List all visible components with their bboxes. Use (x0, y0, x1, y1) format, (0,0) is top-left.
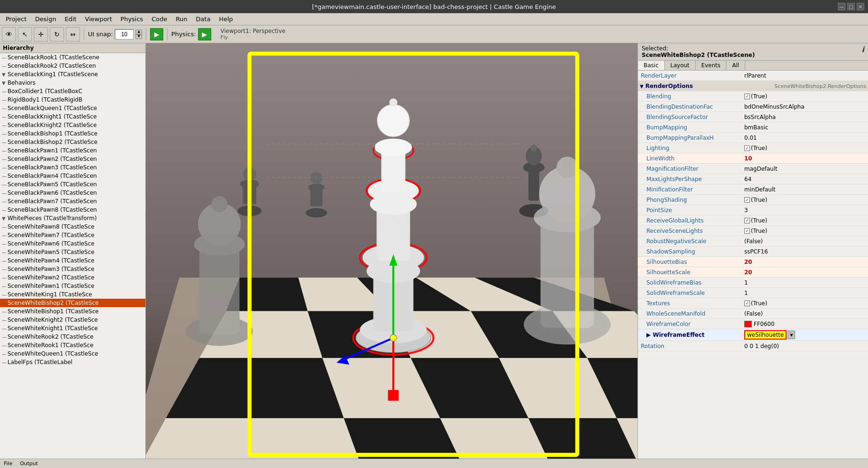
prop-row-robustneg[interactable]: RobustNegativeScale (False) (638, 236, 868, 246)
status-output[interactable]: Output (20, 460, 38, 467)
menu-code[interactable]: Code (148, 15, 171, 24)
cb-textures[interactable]: ✓ (744, 301, 750, 306)
tree-item-boxcollider1[interactable]: — BoxCollider1 (TCastleBoxC (0, 87, 145, 95)
prop-row-wireframecolor[interactable]: WireframeColor FF0600 (638, 319, 868, 329)
eye-button[interactable]: 👁 (2, 27, 16, 41)
menu-physics[interactable]: Physics (117, 15, 147, 24)
tree-item-scenewhitequeen1[interactable]: — SceneWhiteQueen1 (TCastleSce (0, 349, 145, 358)
tab-layout[interactable]: Layout (665, 61, 696, 70)
tree-item-sceneblackpawn8[interactable]: — SceneBlackPawn8 (TCastleScen (0, 206, 145, 214)
minimize-button[interactable]: — (838, 3, 845, 10)
tree-item-sceneblackpawn2[interactable]: — SceneBlackPawn2 (TCastleScen (0, 155, 145, 163)
tree-item-labelfps[interactable]: — LabelFps (TCastleLabel (0, 358, 145, 366)
prop-row-wholescene[interactable]: WholeSceneManifold (False) (638, 309, 868, 319)
prop-row-maxlights[interactable]: MaxLightsPerShape 64 (638, 174, 868, 184)
play-button[interactable]: ▶ (150, 28, 163, 40)
menu-viewport[interactable]: Viewport (81, 15, 116, 24)
tree-item-sceneblackrook2[interactable]: — SceneBlackRook2 (TCastleScen (0, 62, 145, 70)
prop-row-lighting[interactable]: Lighting ✓ (True) (638, 143, 868, 153)
tree-item-scenewhitepawn2[interactable]: — SceneWhitePawn2 (TCastleSce (0, 273, 145, 282)
tree-item-sceneblackbishop2[interactable]: — SceneBlackBishop2 (TCastleSce (0, 138, 145, 146)
menu-project[interactable]: Project (2, 15, 30, 24)
tree-item-rigidbody1[interactable]: — RigidBody1 (TCastleRigidB (0, 95, 145, 104)
prop-row-blendingdst[interactable]: BlendingDestinationFac bdOneMinusSrcAlph… (638, 102, 868, 112)
menu-design[interactable]: Design (31, 15, 60, 24)
prop-row-phongshading[interactable]: PhongShading ✓ (True) (638, 195, 868, 205)
tree-item-scenewhitepawn8[interactable]: — SceneWhitePawn8 (TCastleSce (0, 222, 145, 231)
tab-basic[interactable]: Basic (638, 61, 665, 70)
tree-item-sceneblackking1[interactable]: ▼ SceneBlackKing1 (TCastleScene (0, 70, 145, 79)
tree-item-sceneblackqueen1[interactable]: — SceneBlackQueen1 (TCastleSce (0, 104, 145, 112)
physics-play-button[interactable]: ▶ (198, 28, 211, 40)
prop-row-rotation[interactable]: Rotation 0 0 1 deg(0) (638, 341, 868, 351)
tree-item-scenewhiteknight1[interactable]: — SceneWhiteKnight1 (TCastleSce (0, 324, 145, 333)
tree-item-whitepieces[interactable]: ▼ WhitePieces (TCastleTransform) (0, 214, 145, 222)
tree-item-sceneblackpawn1[interactable]: — SceneBlackPawn1 (TCastleScen (0, 146, 145, 155)
tree-item-scenewhitepawn6[interactable]: — SceneWhitePawn6 (TCastleSce (0, 239, 145, 248)
prop-row-pointsize[interactable]: PointSize 3 (638, 205, 868, 215)
tab-events[interactable]: Events (696, 61, 727, 70)
wireframe-color-swatch[interactable] (744, 321, 752, 327)
wireframe-effect-input[interactable]: weSilhouette (744, 330, 787, 340)
tree-item-sceneblackpawn3[interactable]: — SceneBlackPawn3 (TCastleScen (0, 163, 145, 172)
select-button[interactable]: ↖ (18, 27, 32, 41)
prop-row-silhouettescale[interactable]: SilhouetteScale 20 (638, 267, 868, 278)
cb-receiveglobal[interactable]: ✓ (744, 218, 750, 223)
status-file[interactable]: File (4, 460, 12, 467)
viewport-panel[interactable] (146, 43, 637, 459)
rotate-button[interactable]: ↻ (50, 27, 64, 41)
prop-row-blending[interactable]: Blending ✓ (True) (638, 91, 868, 102)
prop-row-silhouettebias[interactable]: SilhouetteBias 20 (638, 257, 868, 267)
tree-item-scenewhitepawn3[interactable]: — SceneWhitePawn3 (TCastleSce (0, 265, 145, 273)
cb-blending[interactable]: ✓ (744, 94, 750, 99)
tree-item-scenewhitepawn1[interactable]: — SceneWhitePawn1 (TCastleSce (0, 282, 145, 290)
prop-row-receiveglobal[interactable]: ReceiveGlobalLights ✓ (True) (638, 215, 868, 226)
tree-item-scenewhitepawn7[interactable]: — SceneWhitePawn7 (TCastleSce (0, 231, 145, 239)
menu-help[interactable]: Help (215, 15, 237, 24)
close-button[interactable]: ✕ (857, 3, 864, 10)
prop-row-blendingsrc[interactable]: BlendingSourceFactor bsSrcAlpha (638, 112, 868, 122)
tree-item-scenewhitebishop2[interactable]: — SceneWhiteBishop2 (TCastleSce (0, 299, 145, 307)
cb-receivescene[interactable]: ✓ (744, 228, 750, 234)
tree-item-scenewhiteking1[interactable]: — SceneWhiteKing1 (TCastleSce (0, 290, 145, 299)
cb-phong[interactable]: ✓ (744, 197, 750, 203)
tree-item-sceneblackknight1[interactable]: — SceneBlackKnight1 (TCastleSce (0, 112, 145, 121)
prop-row-receivescene[interactable]: ReceiveSceneLights ✓ (True) (638, 226, 868, 236)
menu-edit[interactable]: Edit (61, 15, 80, 24)
tree-item-scenewhitepawn5[interactable]: — SceneWhitePawn5 (TCastleSce (0, 248, 145, 256)
prop-row-bumpmappingparallax[interactable]: BumpMappingParallaxH 0.01 (638, 133, 868, 143)
prop-row-renderlayer[interactable]: RenderLayer rlParent (638, 71, 868, 81)
prop-row-magfilter[interactable]: MagnificationFilter magDefault (638, 164, 868, 174)
info-button[interactable]: i (862, 45, 864, 54)
prop-row-bumpmapping[interactable]: BumpMapping bmBasic (638, 122, 868, 133)
tree-item-sceneblackpawn7[interactable]: — SceneBlackPawn7 (TCastleScen (0, 197, 145, 206)
prop-row-textures[interactable]: Textures ✓ (True) (638, 298, 868, 309)
translate-button[interactable]: ✛ (34, 27, 48, 41)
cb-lighting[interactable]: ✓ (744, 145, 750, 151)
ui-snap-down[interactable]: ▼ (135, 34, 142, 39)
prop-row-linewidth[interactable]: LineWidth 10 (638, 153, 868, 164)
ui-snap-up[interactable]: ▲ (135, 30, 142, 34)
prop-row-solidwireframebias[interactable]: SolidWireframeBias 1 (638, 278, 868, 288)
tree-item-sceneblackpawn5[interactable]: — SceneBlackPawn5 (TCastleScen (0, 180, 145, 189)
prop-section-renderoptions[interactable]: ▼ RenderOptions SceneWhiteBishop2.Render… (638, 81, 868, 91)
wireframe-effect-dropdown[interactable]: ▼ (788, 331, 795, 339)
tree-item-behaviors[interactable]: ▼ Behaviors (0, 79, 145, 87)
tree-item-scenewhiteknight2[interactable]: — SceneWhiteKnight2 (TCastleSce (0, 316, 145, 324)
prop-row-minfilter[interactable]: MinificationFilter minDefault (638, 184, 868, 195)
tree-item-sceneblackrook1[interactable]: — SceneBlackRook1 (TCastleScene (0, 53, 145, 62)
prop-row-wireframeeffect[interactable]: ▶ WireframeEffect weSilhouette ▼ (638, 329, 868, 341)
tree-item-scenewhitepawn4[interactable]: — SceneWhitePawn4 (TCastleSce (0, 256, 145, 265)
scale-button[interactable]: ⇔ (66, 27, 80, 41)
tree-item-scenewhiterook1[interactable]: — SceneWhiteRook1 (TCastleSce (0, 341, 145, 349)
tree-item-scenewhitebishop1[interactable]: — SceneWhiteBishop1 (TCastleSce (0, 307, 145, 316)
tab-all[interactable]: All (726, 61, 745, 70)
menu-run[interactable]: Run (172, 15, 191, 24)
prop-row-shadowsampling[interactable]: ShadowSampling ssPCF16 (638, 246, 868, 257)
tree-item-sceneblackknight2[interactable]: — SceneBlackKnight2 (TCastleSce (0, 121, 145, 129)
maximize-button[interactable]: □ (847, 3, 855, 10)
prop-row-solidwireframescale[interactable]: SolidWireframeScale 1 (638, 288, 868, 298)
ui-snap-input[interactable] (115, 29, 134, 40)
tree-item-scenewhiterook2[interactable]: — SceneWhiteRook2 (TCastleSce (0, 333, 145, 341)
tree-item-sceneblackpawn4[interactable]: — SceneBlackPawn4 (TCastleScen (0, 172, 145, 180)
